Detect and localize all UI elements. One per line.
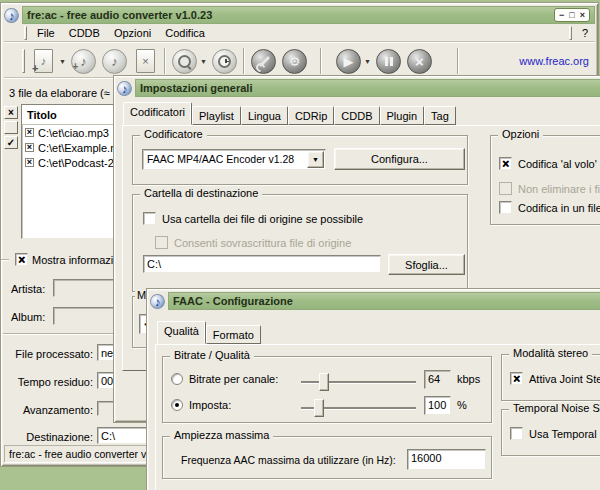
tab-codificatori[interactable]: Codificatori bbox=[123, 102, 192, 125]
menu-help[interactable]: ? bbox=[575, 25, 595, 41]
menu-file[interactable]: File bbox=[30, 25, 62, 41]
artista-label: Artista: bbox=[11, 283, 45, 295]
toggle-selection-button[interactable]: ✓ bbox=[4, 136, 18, 149]
joblist-summary: 3 file da elaborare (≈ bbox=[9, 87, 110, 99]
stop-encoding-button[interactable]: × bbox=[404, 47, 435, 75]
toolbar-grip[interactable] bbox=[22, 49, 25, 73]
joint-stereo-checkbox[interactable]: ×Attiva Joint Stereo bbox=[510, 372, 600, 385]
faac-tabpanel: Bitrate / Qualità Bitrate per canale: 64… bbox=[155, 344, 600, 490]
quality-radio[interactable]: Imposta: bbox=[171, 399, 231, 411]
options-groupbox: Opzioni ×Codifica 'al volo' Non eliminar… bbox=[490, 135, 600, 225]
main-titlebar[interactable]: ♪ fre:ac - free audio converter v1.0.23 … bbox=[4, 6, 595, 24]
use-source-folder-checkbox[interactable]: Usa cartella dei file di origine se poss… bbox=[143, 212, 363, 225]
toolbar-separator-2 bbox=[243, 48, 245, 74]
settings-titlebar[interactable]: ♪ Impostazioni generali bbox=[117, 79, 600, 97]
freac-app-icon: ♪ bbox=[149, 292, 166, 309]
quality-value[interactable]: 100 bbox=[424, 396, 451, 415]
add-files-button[interactable]: ♪+ bbox=[28, 47, 59, 75]
time-button[interactable] bbox=[209, 47, 240, 75]
add-all-button[interactable]: ♪+ bbox=[68, 47, 99, 75]
quality-slider[interactable] bbox=[301, 399, 416, 417]
bitrate-slider[interactable] bbox=[301, 373, 416, 391]
menubar-grip[interactable] bbox=[24, 26, 27, 40]
tab-lingua[interactable]: Lingua bbox=[241, 106, 288, 125]
bandwidth-group-label: Ampiezza massima bbox=[170, 429, 273, 441]
settings-tabs: Codificatori Playlist Lingua CDRip CDDB … bbox=[123, 102, 456, 125]
output-path-field[interactable]: C:\ bbox=[143, 255, 381, 273]
splitter-handle[interactable] bbox=[1, 259, 9, 261]
menu-cddb[interactable]: CDDB bbox=[62, 25, 107, 41]
tns-group-label: Temporal Noise Shaping bbox=[509, 402, 600, 414]
tab-tag[interactable]: Tag bbox=[424, 106, 456, 125]
use-tns-checkbox[interactable]: Usa Temporal Noise Shaping bbox=[510, 427, 600, 440]
toolbar-separator-3 bbox=[320, 48, 322, 74]
general-settings-button[interactable] bbox=[248, 47, 279, 75]
single-file-checkbox[interactable]: Codifica in un file singolo bbox=[499, 201, 600, 214]
joblist-button[interactable]: ♪ bbox=[99, 47, 130, 75]
tns-groupbox: Temporal Noise Shaping Usa Temporal Nois… bbox=[501, 409, 600, 456]
on-the-fly-checkbox[interactable]: ×Codifica 'al volo' bbox=[499, 157, 597, 170]
toolbar-separator bbox=[164, 48, 166, 74]
output-folder-groupbox: Cartella di destinazione Usa cartella de… bbox=[132, 194, 468, 292]
allow-overwrite-checkbox: Consenti sovrascrittura file di origine bbox=[155, 236, 351, 249]
output-group-label: Cartella di destinazione bbox=[140, 187, 262, 199]
options-group-label: Opzioni bbox=[498, 128, 543, 140]
keep-wave-checkbox: Non eliminare i file wave bbox=[499, 182, 600, 195]
tempo-residuo-label: Tempo residuo: bbox=[3, 376, 93, 388]
minimize-button[interactable]: − bbox=[559, 11, 564, 20]
menu-codifica[interactable]: Codifica bbox=[158, 25, 212, 41]
encoder-select[interactable]: FAAC MP4/AAC Encoder v1.28 ▼ bbox=[142, 149, 326, 170]
faac-tabs: Qualità Formato bbox=[157, 321, 261, 344]
bitrate-groupbox: Bitrate / Qualità Bitrate per canale: 64… bbox=[162, 356, 492, 423]
select-none-button[interactable] bbox=[4, 121, 18, 134]
menubar-grip-right bbox=[569, 26, 572, 40]
destinazione-label: Destinazione: bbox=[3, 431, 93, 443]
clear-joblist-button[interactable]: × bbox=[130, 47, 161, 75]
bitrate-group-label: Bitrate / Qualità bbox=[170, 349, 254, 361]
faac-titlebar[interactable]: ♪ FAAC - Configurazione bbox=[150, 292, 600, 310]
browse-dropdown[interactable]: ▼ bbox=[200, 58, 209, 65]
stereo-group-label: Modalità stereo bbox=[509, 347, 592, 359]
toolbar: ♪+ ▼ ♪+ ♪ × ▼ ⚙ ▶ ▼ × www.freac.org bbox=[4, 44, 595, 79]
freq-value[interactable]: 16000 bbox=[407, 449, 486, 470]
freac-app-icon: ♪ bbox=[116, 79, 133, 96]
maximize-button[interactable]: □ bbox=[569, 11, 574, 20]
encoder-settings-button[interactable]: ⚙ bbox=[279, 47, 310, 75]
encoder-groupbox: Codificatore FAAC MP4/AAC Encoder v1.28 … bbox=[132, 135, 468, 185]
avanzamento-label: Avanzamento: bbox=[3, 404, 93, 416]
tab-qualita[interactable]: Qualità bbox=[157, 321, 206, 344]
bitrate-value[interactable]: 64 bbox=[424, 370, 451, 389]
configura-button[interactable]: Configura... bbox=[334, 148, 465, 170]
tab-playlist[interactable]: Playlist bbox=[192, 106, 241, 125]
sfoglia-button[interactable]: Sfoglia... bbox=[388, 254, 465, 275]
window-controls: − □ × bbox=[554, 8, 590, 22]
menu-opzioni[interactable]: Opzioni bbox=[107, 25, 158, 41]
freac-website-link[interactable]: www.freac.org bbox=[519, 55, 589, 67]
encoder-group-label: Codificatore bbox=[140, 128, 207, 140]
tab-cddb[interactable]: CDDB bbox=[334, 106, 379, 125]
freac-app-icon: ♪ bbox=[3, 6, 20, 23]
close-button[interactable]: × bbox=[580, 11, 585, 20]
tab-formato[interactable]: Formato bbox=[206, 325, 261, 344]
start-encoding-dropdown[interactable]: ▼ bbox=[364, 58, 373, 65]
bitrate-radio[interactable]: Bitrate per canale: bbox=[171, 373, 278, 385]
tab-cdrip[interactable]: CDRip bbox=[288, 106, 334, 125]
tab-plugin[interactable]: Plugin bbox=[380, 106, 425, 125]
toolbar-separator-4 bbox=[457, 48, 459, 74]
quality-unit: % bbox=[457, 399, 467, 411]
faac-window-title: FAAC - Configurazione bbox=[173, 295, 293, 307]
stereo-groupbox: Modalità stereo ×Attiva Joint Stereo bbox=[501, 354, 600, 401]
bandwidth-groupbox: Ampiezza massima Frequenza AAC massima d… bbox=[162, 436, 492, 479]
pause-encoding-button[interactable] bbox=[373, 47, 404, 75]
settings-window-title: Impostazioni generali bbox=[140, 82, 252, 94]
bitrate-unit: kbps bbox=[457, 373, 480, 385]
add-files-dropdown[interactable]: ▼ bbox=[59, 58, 68, 65]
freq-label: Frequenza AAC massima da utilizzare (in … bbox=[181, 454, 396, 466]
start-encoding-button[interactable]: ▶ bbox=[333, 47, 364, 75]
browse-button[interactable] bbox=[169, 47, 200, 75]
main-window-title: fre:ac - free audio converter v1.0.23 bbox=[27, 9, 212, 21]
select-all-button[interactable]: × bbox=[4, 106, 18, 119]
encoder-select-arrow[interactable]: ▼ bbox=[307, 151, 324, 168]
menubar: File CDDB Opzioni Codifica ? bbox=[4, 24, 595, 43]
show-info-checkbox[interactable]: ×Mostra informazioni bbox=[15, 253, 128, 266]
